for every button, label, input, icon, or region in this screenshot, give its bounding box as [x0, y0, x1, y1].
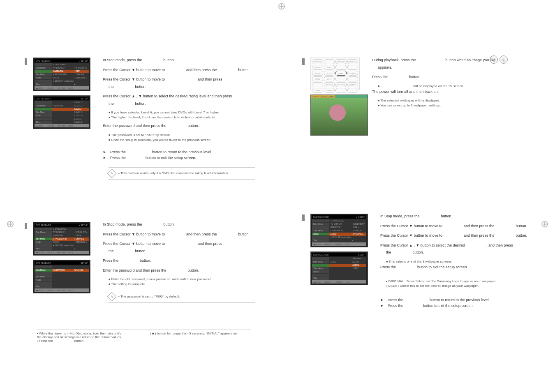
section-mark: [302, 214, 305, 221]
footer-text: • Press the: [37, 339, 53, 343]
thumb-password-change: DVD RECEIVERSETUPDisc MenuPASSWORDCHANGE…: [33, 260, 90, 293]
step-text: Press the: [110, 156, 126, 160]
crop-mark-right: [539, 218, 551, 230]
footer-text: • While the player is in No DIsc mode, h…: [37, 332, 121, 335]
step-text: During playback, press the: [372, 58, 416, 62]
step-text: Press the: [103, 258, 118, 263]
section-mark: [25, 58, 27, 65]
step-text: button to exit the setup screen.: [417, 265, 468, 269]
step-text: the: [109, 101, 114, 106]
step-text: Press the Cursor ▼ button to move to: [380, 224, 442, 228]
section-mark: [302, 58, 305, 65]
pointer-icon: [103, 150, 108, 154]
step-text: Press the Cursor ▲ , ▼ button to select …: [103, 94, 255, 99]
step-text: button to exit the setup screen.: [423, 304, 474, 308]
step-text: and then press: [198, 242, 222, 246]
bullet-text: If you have selected Level 6, you cannot…: [109, 111, 255, 114]
step-text: Press the: [372, 75, 388, 79]
step-text: and then press the: [186, 68, 217, 72]
step-text: Press the Cursor ▼ button to move to: [103, 232, 165, 236]
step-text: button.: [164, 222, 175, 226]
bullet-text: You can select up to 3 wallpaper setting…: [378, 104, 532, 107]
step-text: button.: [164, 58, 175, 62]
step-text: and then press: [198, 77, 222, 81]
section-logo: DVD RECEIVER▸ SETUP▸ LANGUAGEDisc Menu T…: [314, 214, 532, 329]
section-rating: DVD RECEIVER▸ SETUP▸ LANGUAGEDisc Menu T…: [37, 58, 255, 197]
info-text: USER : Select this to set the desired im…: [388, 284, 479, 288]
thumb-logo-select: DVD RECEIVERSETUPORIGINALDisc MenuLOGOUS…: [310, 251, 368, 285]
bullet-text: This selects one of the 3 wallpaper scre…: [386, 260, 532, 263]
step-text: button.: [140, 258, 151, 263]
info-text: ORIGINAL : Select this to set the Samsun…: [388, 279, 496, 283]
step-text: Press the: [110, 150, 126, 154]
step-text: and then press the: [464, 233, 495, 238]
crop-mark-left: [4, 218, 16, 230]
step-text: In Stop mode, press the: [103, 222, 142, 226]
step-text: button.: [135, 85, 147, 89]
thumb-setup-logo: DVD RECEIVER▸ SETUP▸ LANGUAGEDisc Menu T…: [310, 214, 368, 247]
step-text: button to exit the setup screen.: [146, 156, 196, 160]
photo-tag: COPY LOGO DATA: [311, 95, 335, 98]
footer-text: ( ■ ) button for longer than 5 seconds. …: [150, 332, 251, 335]
step-text: button.: [441, 214, 453, 218]
right-page: ◎ ◎ SUBTITLEVIDEO SELPORT/XMLREPEATSTEPC…: [314, 58, 532, 341]
step-text: Press the Cursor ▲ , ▼ button to select …: [380, 243, 465, 247]
note-box: ✎ This function works only if a DVD disc…: [109, 167, 255, 180]
note-box: ✎ The password is set to "7890" by defau…: [109, 291, 255, 303]
step-text: Press the: [380, 265, 396, 269]
step-text: button to return to the previous level.: [152, 150, 212, 154]
crop-mark-top: [275, 0, 288, 12]
bullet-text: The password is set to "7890" by default…: [109, 133, 255, 137]
bullet-text: The higher the level, the closer the con…: [109, 115, 255, 119]
footer-text: button.: [74, 339, 84, 343]
footer-text: the display and all settings will return…: [37, 335, 138, 339]
step-text: button.: [409, 75, 421, 79]
pointer-icon: [103, 156, 108, 160]
note-text: This function works only if a DVD disc c…: [118, 170, 229, 177]
thumb-remote: SUBTITLEVIDEO SELPORT/XMLREPEATSTEPCANCE…: [310, 58, 360, 90]
step-text: and then press the: [186, 232, 217, 236]
section-mark: [25, 223, 27, 229]
step-text: button.: [516, 233, 527, 238]
bullet-text: The setting is complete.: [109, 282, 255, 286]
left-page: DVD RECEIVER▸ SETUP▸ LANGUAGEDisc Menu T…: [37, 58, 255, 337]
step-text: the: [109, 249, 114, 253]
step-text: , and then press: [486, 243, 513, 247]
section-wallpaper: SUBTITLEVIDEO SELPORT/XMLREPEATSTEPCANCE…: [314, 58, 532, 140]
step-text: button.: [135, 101, 147, 106]
step-text: Enter the password and then press the: [103, 268, 166, 272]
step-text: Press the Cursor ▼ button to move to: [380, 233, 442, 238]
step-text: button when an image you like: [446, 58, 496, 62]
thumb-setup-password: DVD RECEIVER▸ SETUP▸ LANGUAGEDisc Menu T…: [33, 222, 90, 256]
footer-reset: • While the player is in No DIsc mode, h…: [37, 330, 251, 343]
step-text: button.: [188, 124, 199, 128]
pointer-icon: [380, 304, 385, 308]
step-text: button.: [135, 249, 147, 253]
step-text: Press the Cursor ▼ button to move to: [103, 68, 165, 72]
step-text: button to return to the previous level.: [430, 298, 490, 302]
pointer-icon: [380, 298, 385, 302]
step-text: button.: [238, 68, 250, 72]
bullet-text: The selected wallpaper will be displayed…: [378, 99, 532, 102]
step-text: button.: [413, 250, 424, 254]
step-text: Enter the password and then press the: [103, 124, 166, 128]
step-text: Press the: [388, 304, 403, 308]
step-text: the: [109, 85, 114, 89]
step-text: Press the: [388, 298, 403, 302]
step-text: The power will turn off and then back on…: [372, 89, 532, 95]
note-text: The password is set to "7890" by default…: [118, 293, 180, 300]
bullet-text: Once the setup is complete, you will be …: [109, 138, 255, 142]
step-text: the: [386, 250, 391, 254]
bullet-text: will be displayed on the TV screen.: [413, 84, 464, 88]
step-text: In Stop mode, press the: [103, 58, 142, 62]
step-text: Press the Cursor ▼ button to move to: [103, 242, 165, 246]
step-text: button.: [238, 232, 250, 236]
note-icon: ✎: [107, 168, 117, 178]
step-text: button.: [516, 224, 527, 228]
thumb-photo: COPY LOGO DATA: [310, 95, 368, 136]
bullet-text: Enter the old password, a new password, …: [109, 277, 255, 281]
step-text: In Stop mode, press the: [380, 214, 420, 218]
step-text: Press the Cursor ▼ button to move to: [103, 77, 165, 81]
thumb-level-select: DVD RECEIVERSETUPLEVEL 2Disc MenuPARENTA…: [33, 95, 90, 129]
step-text: appears.: [378, 65, 532, 71]
